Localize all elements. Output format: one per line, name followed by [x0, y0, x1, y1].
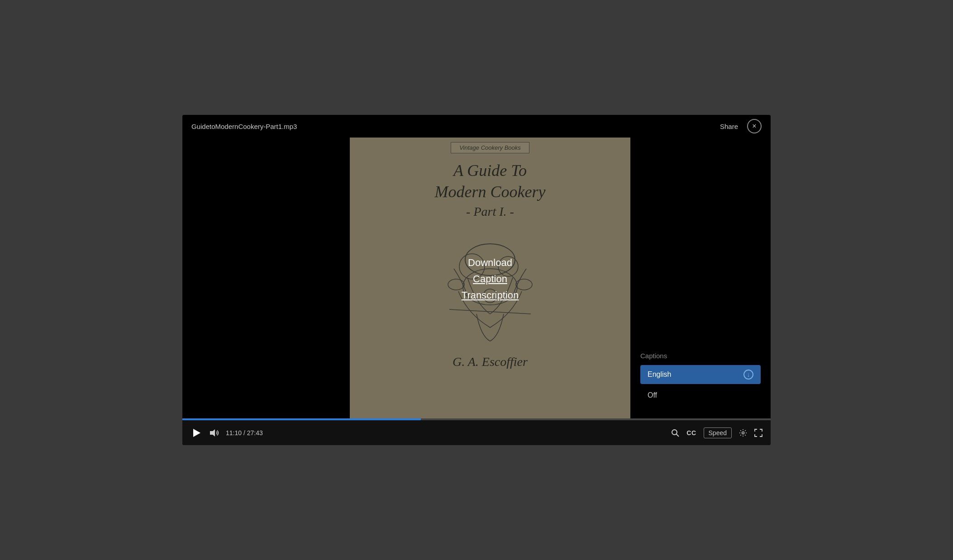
speed-button[interactable]: Speed — [704, 427, 732, 438]
play-button[interactable] — [191, 427, 203, 439]
media-player: GuidetoModernCookery-Part1.mp3 Share × V… — [182, 115, 771, 445]
fullscreen-button[interactable] — [754, 429, 762, 437]
svg-marker-8 — [210, 429, 215, 437]
close-button[interactable]: × — [747, 119, 762, 133]
caption-off-option[interactable]: Off — [640, 389, 761, 402]
caption-english-option[interactable]: English ↓ — [640, 365, 761, 384]
captions-section-label: Captions — [640, 352, 761, 360]
svg-point-11 — [742, 432, 744, 434]
transcription-link[interactable]: Transcription — [462, 289, 519, 301]
left-panel — [182, 138, 350, 420]
right-panel: Captions English ↓ Off — [630, 138, 771, 420]
controls-right: CC Speed — [671, 427, 771, 438]
download-link[interactable]: Download — [468, 257, 512, 269]
english-label: English — [648, 370, 671, 379]
top-right-controls: Share × — [720, 119, 762, 133]
share-button[interactable]: Share — [720, 123, 738, 130]
play-icon — [193, 429, 200, 437]
cc-button[interactable]: CC — [686, 429, 696, 437]
download-caption-icon: ↓ — [743, 370, 753, 380]
search-button[interactable] — [671, 429, 679, 437]
captions-section: Captions English ↓ Off — [630, 343, 771, 411]
overlay-menu: Download Caption Transcription — [350, 138, 630, 420]
settings-button[interactable] — [739, 429, 747, 437]
svg-line-10 — [677, 434, 679, 437]
volume-button[interactable] — [210, 429, 219, 437]
time-display: 11:10 / 27:43 — [226, 429, 263, 437]
controls-left: 11:10 / 27:43 — [182, 427, 350, 439]
bottom-bar: 11:10 / 27:43 CC Speed — [182, 420, 771, 445]
svg-point-9 — [672, 430, 677, 435]
caption-link[interactable]: Caption — [473, 273, 507, 285]
filename-label: GuidetoModernCookery-Part1.mp3 — [191, 123, 297, 130]
top-bar: GuidetoModernCookery-Part1.mp3 Share × — [182, 115, 771, 138]
center-panel: Vintage Cookery Books A Guide To Modern … — [350, 138, 630, 420]
main-content: Vintage Cookery Books A Guide To Modern … — [182, 138, 771, 420]
